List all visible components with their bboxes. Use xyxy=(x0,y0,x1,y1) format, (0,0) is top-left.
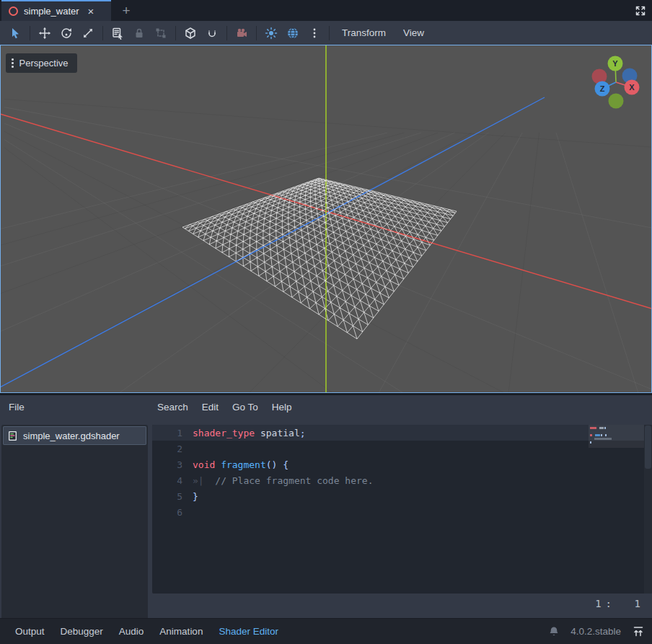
edit-menu[interactable]: Edit xyxy=(202,402,219,413)
line-number[interactable]: 3 xyxy=(152,459,193,470)
viewport-menu-dots-icon xyxy=(12,58,14,68)
list-select-icon xyxy=(111,27,124,40)
list-select-tool-button[interactable] xyxy=(107,23,128,43)
magnet-snap-icon xyxy=(206,27,219,40)
code-minimap[interactable] xyxy=(589,425,644,594)
notification-bell-icon[interactable] xyxy=(548,626,560,638)
line-number[interactable]: 6 xyxy=(152,507,193,518)
toolbar-separator xyxy=(102,26,103,40)
toolbar-separator xyxy=(256,26,257,40)
svg-text:X: X xyxy=(629,83,635,92)
lock-selected-button[interactable] xyxy=(128,23,150,43)
sun-icon xyxy=(265,27,278,40)
perspective-label: Perspective xyxy=(19,58,69,69)
transform-menu[interactable]: Transform xyxy=(333,23,395,43)
bottom-panel-output[interactable]: Output xyxy=(7,619,53,644)
cursor-column: 1 xyxy=(616,598,640,609)
code-line[interactable]: 5} xyxy=(152,488,652,504)
toolbar-separator xyxy=(329,26,330,40)
shader-code-editor[interactable]: 1shader_type spatial;23void fragment() {… xyxy=(152,425,652,594)
toolbar-separator xyxy=(30,26,30,40)
svg-text:Z: Z xyxy=(600,84,605,93)
close-tab-icon[interactable]: × xyxy=(88,6,94,17)
scene-tab-simple-water[interactable]: simple_water × xyxy=(1,0,111,21)
move-tool-button[interactable] xyxy=(34,23,56,43)
code-line[interactable]: 4»| // Place fragment code here. xyxy=(152,472,652,488)
cursor-position-indicator: 1 : 1 xyxy=(583,598,640,609)
new-scene-tab-button[interactable]: + xyxy=(118,2,135,19)
code-line[interactable]: 1shader_type spatial; xyxy=(152,425,652,441)
cursor-line: 1 xyxy=(583,598,602,609)
code-area: 1shader_type spatial;23void fragment() {… xyxy=(152,425,652,520)
editor-menu-bar: Search Edit Go To Help xyxy=(157,402,292,413)
line-number[interactable]: 1 xyxy=(152,428,193,438)
sun-settings-button[interactable] xyxy=(260,23,282,43)
bottom-panel-shader-editor[interactable]: Shader Editor xyxy=(211,619,286,644)
move-icon xyxy=(38,27,51,40)
file-item-label: simple_water.gdshader xyxy=(23,431,120,441)
camera-preview-toggle[interactable] xyxy=(231,23,252,43)
search-menu[interactable]: Search xyxy=(157,402,188,413)
file-menu[interactable]: File xyxy=(9,402,25,413)
select-tool-button[interactable] xyxy=(4,23,26,43)
expand-arrows-icon xyxy=(633,4,648,18)
bottom-panel-bar: OutputDebuggerAudioAnimationShader Edito… xyxy=(0,618,652,644)
code-line[interactable]: 2 xyxy=(152,441,652,456)
code-text: shader_type spatial; xyxy=(193,428,306,438)
code-text: »| // Place fragment code here. xyxy=(193,475,373,486)
code-line[interactable]: 3void fragment() { xyxy=(152,456,652,472)
gizmo-axis-x[interactable]: X xyxy=(625,80,640,95)
svg-text:Y: Y xyxy=(612,59,618,68)
line-number[interactable]: 4 xyxy=(152,475,193,486)
3d-viewport[interactable]: Perspective YZX xyxy=(0,45,652,393)
rotate-tool-button[interactable] xyxy=(56,23,77,43)
more-options-dots-icon xyxy=(308,27,321,40)
scale-tool-button[interactable] xyxy=(77,23,99,43)
godot-editor-window: simple_water × + xyxy=(0,0,652,644)
code-text: } xyxy=(193,491,198,502)
goto-menu[interactable]: Go To xyxy=(232,402,258,413)
environment-globe-icon xyxy=(286,27,299,40)
ungroup-selected-button[interactable] xyxy=(150,23,172,43)
line-number[interactable]: 5 xyxy=(152,491,193,502)
scene-tab-bar: simple_water × + xyxy=(0,0,652,21)
3d-scene-canvas[interactable] xyxy=(0,45,652,393)
scene-tab-label: simple_water xyxy=(24,6,79,17)
version-label: 4.0.2.stable xyxy=(570,626,621,637)
bottom-panel-animation[interactable]: Animation xyxy=(151,619,211,644)
editor-scrollbar[interactable] xyxy=(644,425,652,594)
expand-bottom-panel-icon[interactable] xyxy=(632,625,645,638)
line-number[interactable]: 2 xyxy=(152,444,193,454)
gizmo-axis-z[interactable]: Z xyxy=(595,81,610,97)
view-axis-gizmo[interactable]: YZX xyxy=(580,53,648,111)
mesh-options-button[interactable] xyxy=(180,23,201,43)
toggle-fullscreen-button[interactable] xyxy=(633,4,648,18)
toolbar-separator xyxy=(175,26,176,40)
camera-icon xyxy=(235,27,248,40)
rotate-icon xyxy=(60,27,73,40)
toolbar-separator xyxy=(226,26,227,40)
view-options-button[interactable] xyxy=(304,23,325,43)
gizmo-axis-y[interactable]: Y xyxy=(608,56,623,71)
code-line[interactable]: 6 xyxy=(152,504,652,520)
code-text: void fragment() { xyxy=(193,459,288,470)
select-arrow-icon xyxy=(9,27,22,40)
gizmo-axis-neg-y[interactable] xyxy=(609,94,624,109)
group-icon xyxy=(154,27,167,40)
view-menu[interactable]: View xyxy=(395,23,433,43)
scene-icon xyxy=(9,6,18,16)
environment-settings-button[interactable] xyxy=(282,23,304,43)
help-menu[interactable]: Help xyxy=(272,402,292,413)
perspective-menu-button[interactable]: Perspective xyxy=(6,53,77,73)
shader-editor-panel: File Search Edit Go To Help simple_water… xyxy=(0,393,652,618)
mesh-cube-icon xyxy=(184,27,197,40)
bottom-panel-debugger[interactable]: Debugger xyxy=(53,619,111,644)
file-item[interactable]: simple_water.gdshader xyxy=(3,426,146,445)
cursor-colon: : xyxy=(606,598,612,609)
lock-icon xyxy=(133,27,146,40)
shader-file-list: simple_water.gdshader xyxy=(1,425,148,619)
spatial-toolbar: Transform View xyxy=(0,21,652,45)
bottom-panel-audio[interactable]: Audio xyxy=(111,619,152,644)
scale-icon xyxy=(82,27,94,40)
snap-toggle-button[interactable] xyxy=(201,23,223,43)
